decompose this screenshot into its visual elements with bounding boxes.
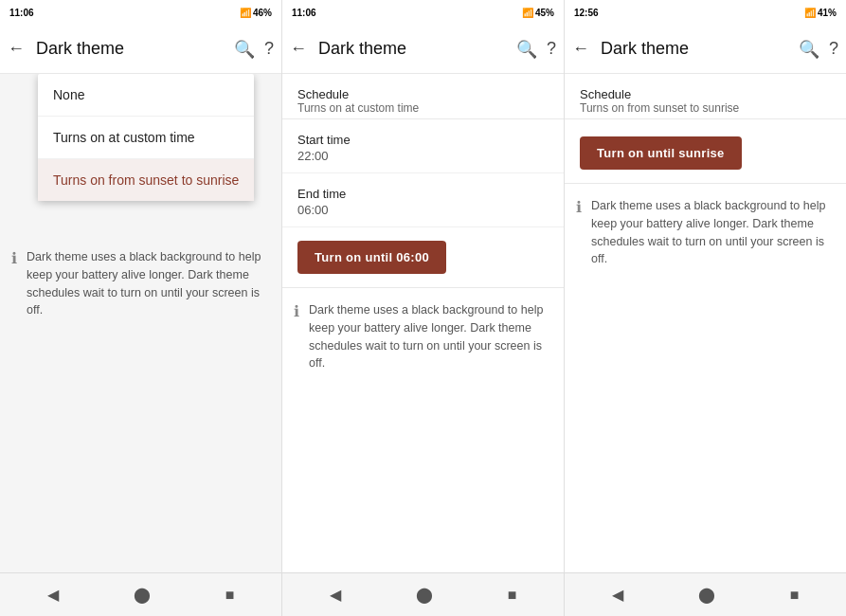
home-nav-1[interactable]: ⬤ <box>126 582 158 607</box>
page-title-3: Dark theme <box>601 39 799 59</box>
app-bar-3: ← Dark theme 🔍 ? <box>565 25 846 74</box>
time-2: 11:06 <box>292 8 316 18</box>
end-time-value: 06:00 <box>297 203 549 217</box>
home-nav-2[interactable]: ⬤ <box>408 582 441 607</box>
signal-icon-2: 📶 <box>522 8 533 18</box>
start-time-value: 22:00 <box>297 149 549 163</box>
screen-1-content: None Turns on at custom time Turns on fr… <box>0 74 281 572</box>
screen-3: 12:56 📶 41% ← Dark theme 🔍 ? Schedule Tu… <box>565 0 846 572</box>
status-bar-3: 12:56 📶 41% <box>565 0 846 25</box>
start-time-label: Start time <box>297 133 549 147</box>
bottom-nav-section-1: ◀ ⬤ ■ <box>0 573 282 616</box>
info-section-2: ℹ Dark theme uses a black background to … <box>282 288 564 386</box>
help-icon-2[interactable]: ? <box>547 39 556 59</box>
battery-3: 41% <box>818 8 837 18</box>
time-3: 12:56 <box>574 8 599 18</box>
schedule-row-2[interactable]: Schedule Turns on at custom time <box>282 74 564 118</box>
schedule-sub-3: Turns on from sunset to sunrise <box>580 101 831 115</box>
signal-icon-1: 📶 <box>240 8 251 18</box>
back-nav-2[interactable]: ◀ <box>322 582 349 607</box>
end-time-label: End time <box>297 187 549 201</box>
page-title-1: Dark theme <box>36 39 234 59</box>
action-icons-1: 🔍 ? <box>234 39 274 60</box>
bottom-nav: ◀ ⬤ ■ ◀ ⬤ ■ ◀ ⬤ ■ <box>0 572 846 616</box>
back-nav-3[interactable]: ◀ <box>604 582 631 607</box>
home-nav-3[interactable]: ⬤ <box>691 582 723 607</box>
recents-nav-1[interactable]: ■ <box>218 583 243 607</box>
battery-2: 45% <box>535 8 554 18</box>
end-time-row[interactable]: End time 06:00 <box>282 173 564 227</box>
status-bar-1: 11:06 📶 46% <box>0 0 281 25</box>
bottom-nav-section-2: ◀ ⬤ ■ <box>282 573 565 616</box>
back-button-2[interactable]: ← <box>290 39 307 59</box>
recents-nav-3[interactable]: ■ <box>783 583 807 607</box>
start-time-row[interactable]: Start time 22:00 <box>282 119 564 173</box>
dropdown-item-sunset-sunrise[interactable]: Turns on from sunset to sunrise <box>38 159 254 201</box>
search-icon-1[interactable]: 🔍 <box>234 39 255 60</box>
schedule-label-3: Schedule <box>580 87 831 101</box>
screens-container: 11:06 📶 46% ← Dark theme 🔍 ? None Turns … <box>0 0 846 572</box>
time-1: 11:06 <box>9 8 34 18</box>
dropdown-item-none[interactable]: None <box>38 74 254 117</box>
screen-2: 11:06 📶 45% ← Dark theme 🔍 ? Schedule Tu… <box>282 0 565 572</box>
screen-3-content: Schedule Turns on from sunset to sunrise… <box>565 74 846 572</box>
recents-nav-2[interactable]: ■ <box>500 583 525 607</box>
turn-on-button-3[interactable]: Turn on until sunrise <box>580 136 742 170</box>
app-bar-1: ← Dark theme 🔍 ? <box>0 25 281 74</box>
screen-2-content: Schedule Turns on at custom time Start t… <box>282 74 564 572</box>
back-button-1[interactable]: ← <box>8 39 25 59</box>
info-text-2: Dark theme uses a black background to he… <box>309 301 552 372</box>
search-icon-2[interactable]: 🔍 <box>516 39 537 60</box>
info-icon-3: ℹ <box>576 198 582 216</box>
back-nav-1[interactable]: ◀ <box>40 582 66 607</box>
action-icons-2: 🔍 ? <box>516 39 556 60</box>
schedule-label-2: Schedule <box>297 87 549 101</box>
help-icon-3[interactable]: ? <box>829 39 838 59</box>
signal-icon-3: 📶 <box>804 8 816 18</box>
status-icons-1: 📶 46% <box>240 8 272 18</box>
battery-1: 46% <box>253 8 272 18</box>
back-button-3[interactable]: ← <box>572 39 589 59</box>
info-icon-2: ℹ <box>294 302 299 320</box>
search-icon-3[interactable]: 🔍 <box>799 39 819 60</box>
status-icons-3: 📶 41% <box>804 8 837 18</box>
help-icon-1[interactable]: ? <box>264 39 274 59</box>
schedule-sub-2: Turns on at custom time <box>297 101 549 115</box>
info-section-3: ℹ Dark theme uses a black background to … <box>565 184 846 281</box>
screen-1: 11:06 📶 46% ← Dark theme 🔍 ? None Turns … <box>0 0 282 572</box>
action-icons-3: 🔍 ? <box>799 39 838 60</box>
app-bar-2: ← Dark theme 🔍 ? <box>282 25 564 74</box>
status-icons-2: 📶 45% <box>522 8 554 18</box>
dropdown-menu-1: None Turns on at custom time Turns on fr… <box>38 74 254 201</box>
dropdown-item-custom-time[interactable]: Turns on at custom time <box>38 117 254 159</box>
info-text-3: Dark theme uses a black background to he… <box>591 197 835 268</box>
dropdown-overlay-1: None Turns on at custom time Turns on fr… <box>0 74 281 572</box>
bottom-nav-section-3: ◀ ⬤ ■ <box>565 573 846 616</box>
status-bar-2: 11:06 📶 45% <box>282 0 564 25</box>
schedule-row-3[interactable]: Schedule Turns on from sunset to sunrise <box>565 74 846 118</box>
page-title-2: Dark theme <box>318 39 516 59</box>
turn-on-button-2[interactable]: Turn on until 06:00 <box>297 241 446 274</box>
divider-3a <box>565 118 846 119</box>
